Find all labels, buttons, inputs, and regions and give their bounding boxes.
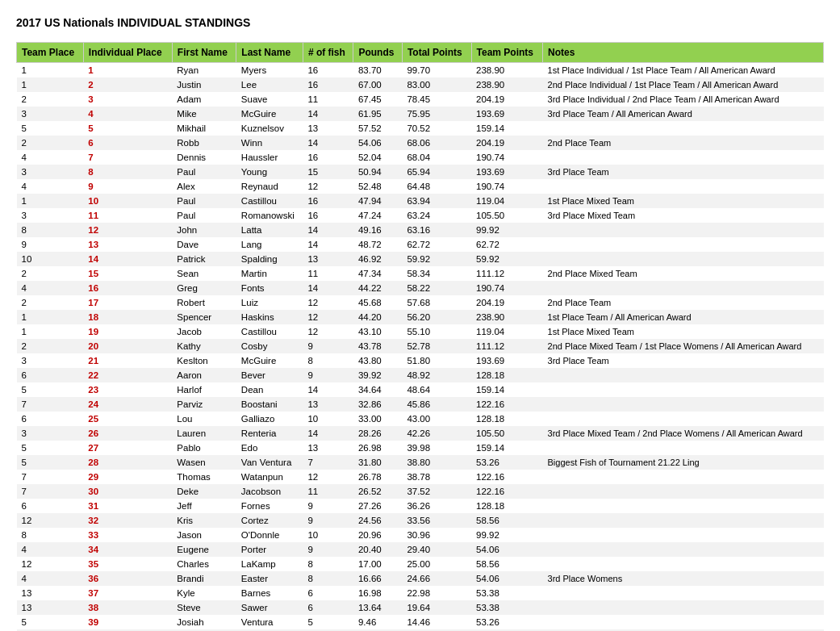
table-cell: 44.22 — [353, 281, 402, 295]
table-row: 539JosiahVentura59.4614.4653.26 — [17, 615, 824, 629]
table-cell: Harlof — [172, 382, 236, 397]
table-cell: 159.14 — [471, 121, 543, 136]
table-row: 326LaurenRenteria1428.2642.26105.503rd P… — [17, 426, 824, 441]
table-row: 527PabloEdo1326.9839.98159.14 — [17, 441, 824, 455]
table-cell: 9 — [303, 499, 353, 513]
table-cell: Cosby — [236, 339, 303, 353]
table-cell: Paul — [172, 165, 236, 179]
table-cell — [543, 397, 824, 412]
table-cell: 9 — [303, 513, 353, 528]
table-cell: Ryan — [172, 63, 236, 78]
table-cell: 5 — [303, 615, 353, 629]
table-cell: Reynaud — [236, 179, 303, 194]
table-cell: 58.22 — [402, 281, 471, 295]
table-cell: 58.56 — [471, 513, 543, 528]
table-cell: Spalding — [236, 252, 303, 266]
table-cell: 54.06 — [471, 542, 543, 557]
table-cell: 3rd Place Team / All American Award — [543, 107, 824, 121]
table-row: 523HarlofDean1434.6448.64159.14 — [17, 382, 824, 397]
table-cell: Castillou — [236, 324, 303, 339]
table-cell: 57.68 — [402, 295, 471, 310]
table-cell — [543, 615, 824, 629]
table-cell: 7 — [17, 470, 84, 484]
table-cell: 54.06 — [353, 136, 402, 150]
table-cell: Jason — [172, 528, 236, 542]
table-cell: 128.18 — [471, 412, 543, 426]
table-cell: 21 — [83, 353, 172, 368]
table-cell: Alex — [172, 179, 236, 194]
table-cell: 3rd Place Womens — [543, 571, 824, 586]
table-row: 1338SteveSawer613.6419.6453.38 — [17, 600, 824, 615]
table-cell — [543, 252, 824, 266]
table-cell: 32 — [83, 513, 172, 528]
table-row: 416GregFonts1444.2258.22190.74 — [17, 281, 824, 295]
table-cell — [543, 557, 824, 571]
table-cell: 46.92 — [353, 252, 402, 266]
table-row: 1235CharlesLaKamp817.0025.0058.56 — [17, 557, 824, 571]
table-cell: 33.00 — [353, 412, 402, 426]
table-cell: 111.12 — [471, 266, 543, 281]
table-cell: 34.64 — [353, 382, 402, 397]
table-cell: 190.74 — [471, 150, 543, 165]
table-cell: 33.56 — [402, 513, 471, 528]
table-cell: 43.00 — [402, 412, 471, 426]
table-cell: 14 — [303, 107, 353, 121]
table-cell: 12 — [303, 179, 353, 194]
table-cell: 50.94 — [353, 165, 402, 179]
table-cell: 193.69 — [471, 165, 543, 179]
table-cell: Castillou — [236, 194, 303, 208]
table-cell: 2nd Place Individual / 1st Place Team / … — [543, 77, 824, 92]
table-cell: 10 — [303, 528, 353, 542]
table-cell: 3 — [17, 353, 84, 368]
table-cell: 14 — [303, 237, 353, 252]
table-cell: 14 — [83, 252, 172, 266]
table-cell: Kris — [172, 513, 236, 528]
table-cell: 27.26 — [353, 499, 402, 513]
table-cell: 11 — [83, 208, 172, 223]
table-cell: 7 — [17, 397, 84, 412]
table-cell: 39.98 — [402, 441, 471, 455]
table-row: 434EugenePorter920.4029.4054.06 — [17, 542, 824, 557]
table-cell: Keslton — [172, 353, 236, 368]
table-cell: 16 — [303, 208, 353, 223]
table-cell: 19.64 — [402, 600, 471, 615]
table-cell: 12 — [303, 295, 353, 310]
table-cell: Dennis — [172, 150, 236, 165]
table-cell: 5 — [17, 441, 84, 455]
table-cell: 53.38 — [471, 586, 543, 600]
table-cell: 48.72 — [353, 237, 402, 252]
table-cell: 12 — [303, 470, 353, 484]
table-cell: 20.40 — [353, 542, 402, 557]
table-cell: 6 — [17, 499, 84, 513]
table-cell: 70.52 — [402, 121, 471, 136]
table-cell: 28.26 — [353, 426, 402, 441]
table-cell: 13 — [17, 600, 84, 615]
table-cell: 6 — [17, 412, 84, 426]
table-cell: 2nd Place Mixed Team — [543, 266, 824, 281]
table-cell: McGuire — [236, 353, 303, 368]
table-row: 622AaronBever939.9248.92128.18 — [17, 368, 824, 382]
table-cell: 1 — [17, 77, 84, 92]
table-cell — [543, 484, 824, 499]
table-cell: 6 — [303, 600, 353, 615]
table-cell: Wasen — [172, 455, 236, 470]
table-cell: Winn — [236, 136, 303, 150]
table-cell: 16.98 — [353, 586, 402, 600]
table-cell: 16 — [303, 63, 353, 78]
table-row: 729ThomasWatanpun1226.7838.78122.16 — [17, 470, 824, 484]
table-cell: 4 — [17, 150, 84, 165]
table-cell: 13 — [303, 397, 353, 412]
table-row: 47DennisHaussler1652.0468.04190.74 — [17, 150, 824, 165]
table-cell: 36.26 — [402, 499, 471, 513]
table-cell: Paul — [172, 194, 236, 208]
table-cell: 12 — [17, 513, 84, 528]
table-cell: Boostani — [236, 397, 303, 412]
table-cell: 1 — [17, 63, 84, 78]
table-cell: 2 — [17, 266, 84, 281]
table-row: 812JohnLatta1449.1663.1699.92 — [17, 223, 824, 237]
table-cell: 3rd Place Mixed Team / 2nd Place Womens … — [543, 426, 824, 441]
table-cell: 6 — [83, 136, 172, 150]
table-cell: Renteria — [236, 426, 303, 441]
table-cell: Dave — [172, 237, 236, 252]
table-cell: 75.95 — [402, 107, 471, 121]
